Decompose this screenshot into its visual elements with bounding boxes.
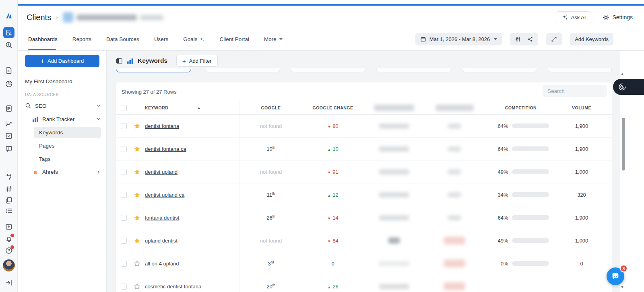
feedback-widget-button[interactable]	[613, 79, 644, 95]
column-header-google-change[interactable]: GOOGLE CHANGE	[302, 105, 364, 110]
user-avatar[interactable]	[3, 259, 15, 271]
widget-tab-partial-active[interactable]	[116, 68, 191, 72]
table-row[interactable]: cosmetic dentist fontana 20th ▲26	[116, 275, 612, 292]
sidebar-item-my-first-dashboard[interactable]: My First Dashboard	[25, 78, 72, 84]
keyword-link[interactable]: fontana dentist	[145, 215, 179, 221]
report-document-icon[interactable]	[5, 66, 13, 74]
tags-hashtag-icon[interactable]	[5, 185, 13, 193]
date-range-button[interactable]: Mar 1, 2026 - Mar 8, 2026	[415, 33, 502, 45]
scrollbar-down-arrow[interactable]: ▼	[620, 285, 624, 289]
star-icon[interactable]	[134, 169, 140, 175]
keyword-link[interactable]: dentist fontana ca	[145, 146, 186, 152]
star-icon[interactable]	[134, 123, 140, 130]
tab-dashboards[interactable]: Dashboards	[28, 36, 58, 43]
tab-users[interactable]: Users	[154, 36, 168, 43]
row-checkbox[interactable]	[121, 238, 127, 244]
client-avatar	[63, 12, 73, 23]
table-row[interactable]: dentist upland ca 11th ▲12 34% 320	[116, 183, 612, 206]
sliders-icon[interactable]	[515, 36, 521, 42]
star-icon[interactable]	[134, 191, 140, 198]
help-icon[interactable]	[5, 247, 13, 255]
collapse-sidebar-icon[interactable]	[5, 279, 13, 287]
tab-data-sources[interactable]: Data Sources	[106, 36, 139, 43]
row-checkbox[interactable]	[121, 215, 127, 221]
star-icon[interactable]	[134, 283, 140, 290]
scrollbar-thumb[interactable]	[622, 118, 625, 171]
keyword-link[interactable]: dentist upland ca	[145, 192, 184, 198]
seo-search-icon[interactable]	[5, 41, 13, 49]
competition-bar	[512, 215, 549, 220]
competition-bar	[512, 169, 549, 174]
sidebar-item-keywords[interactable]: Keywords	[34, 127, 101, 138]
table-row[interactable]: fontana dentist 26th ▼14 64% 1,900	[116, 206, 612, 229]
feedback-comment-icon[interactable]	[5, 145, 13, 153]
scrollbar-up-arrow[interactable]: ▲	[620, 72, 624, 76]
table-row[interactable]: dentist fontana ca 10th ▲10 64% 1,900	[116, 138, 612, 160]
share-icon[interactable]	[527, 36, 533, 42]
column-header-competition[interactable]: COMPETITION	[485, 105, 557, 110]
widget-tab-partial[interactable]	[291, 68, 366, 72]
sidebar-item-seo[interactable]: SEO	[25, 103, 101, 109]
checklist-icon[interactable]	[5, 207, 13, 215]
star-icon[interactable]	[134, 146, 140, 152]
fullscreen-button[interactable]	[546, 33, 562, 45]
volume-cell: 1,900	[557, 123, 606, 129]
ask-ai-button[interactable]: Ask AI	[556, 11, 592, 23]
row-checkbox[interactable]	[121, 261, 127, 267]
row-checkbox[interactable]	[121, 284, 127, 290]
add-dashboard-button[interactable]: + Add Dashboard	[25, 55, 99, 67]
table-row[interactable]: dentist upland not found ▼91 49% 1,000	[116, 160, 612, 183]
sidebar-item-pages[interactable]: Pages	[39, 143, 54, 149]
panel-toggle-icon[interactable]	[116, 58, 123, 64]
competition-cell: 49%	[485, 238, 557, 244]
breadcrumb-clients-link[interactable]: Clients	[27, 13, 51, 22]
column-header-volume[interactable]: VOLUME	[557, 105, 606, 110]
form-note-icon[interactable]	[5, 105, 13, 113]
templates-copy-icon[interactable]	[5, 196, 13, 204]
tab-client-portal[interactable]: Client Portal	[219, 36, 249, 43]
inbox-download-icon[interactable]	[5, 223, 13, 231]
tasks-checkbox-icon[interactable]	[5, 132, 13, 140]
table-row[interactable]: upland dentist not found ▼64 49% 1,000	[116, 229, 612, 252]
notifications-bell-icon[interactable]	[5, 235, 13, 243]
tab-reports[interactable]: Reports	[72, 36, 91, 43]
keyword-link[interactable]: dentist fontana	[145, 123, 179, 129]
row-checkbox[interactable]	[121, 123, 127, 129]
keyword-link[interactable]: all on 4 upland	[145, 261, 179, 267]
settings-button[interactable]: Settings	[603, 14, 633, 21]
widget-tab-partial[interactable]	[376, 68, 452, 72]
sidebar-item-tags[interactable]: Tags	[39, 156, 51, 162]
row-checkbox[interactable]	[121, 169, 127, 175]
keyword-link[interactable]: cosmetic dentist fontana	[145, 284, 201, 290]
row-checkbox[interactable]	[121, 192, 127, 198]
table-search-input[interactable]	[543, 85, 607, 97]
brand-logo-icon[interactable]	[5, 11, 13, 19]
clients-nav-icon[interactable]	[3, 27, 14, 38]
widget-tab-partial[interactable]	[548, 68, 612, 72]
sidebar-item-rank-tracker[interactable]: Rank Tracker	[32, 116, 101, 122]
add-filter-button[interactable]: + Add Filter	[176, 55, 217, 67]
table-row[interactable]: dentist fontana not found ▼80 64% 1,900	[116, 115, 612, 138]
add-keywords-button[interactable]: Add Keywords	[570, 33, 613, 45]
integrations-plug-icon[interactable]	[5, 173, 13, 181]
star-icon[interactable]	[134, 214, 140, 221]
star-icon[interactable]	[134, 260, 140, 267]
keyword-link[interactable]: dentist upland	[145, 169, 178, 175]
widget-tab-partial[interactable]	[462, 68, 537, 72]
line-chart-icon[interactable]	[5, 120, 13, 128]
client-name-blurred[interactable]	[63, 12, 163, 23]
tab-more[interactable]: More	[264, 36, 283, 43]
star-icon[interactable]	[134, 237, 140, 244]
keyword-link[interactable]: upland dentist	[145, 238, 178, 244]
column-header-google[interactable]: GOOGLE	[240, 105, 302, 110]
sidebar-item-ahrefs[interactable]: a Ahrefs	[32, 169, 101, 175]
widget-tab-partial[interactable]	[205, 68, 280, 72]
column-header-keyword[interactable]: KEYWORD ▲	[145, 101, 240, 114]
google-rank-cell: not found	[240, 238, 302, 244]
table-row[interactable]: all on 4 upland 3rd 0 0% 0	[116, 252, 612, 275]
ahrefs-logo-icon: a	[32, 169, 39, 175]
select-all-checkbox[interactable]	[121, 105, 127, 111]
pie-chart-icon[interactable]	[5, 80, 13, 88]
tab-goals[interactable]: Goals	[183, 36, 204, 43]
row-checkbox[interactable]	[121, 146, 127, 152]
